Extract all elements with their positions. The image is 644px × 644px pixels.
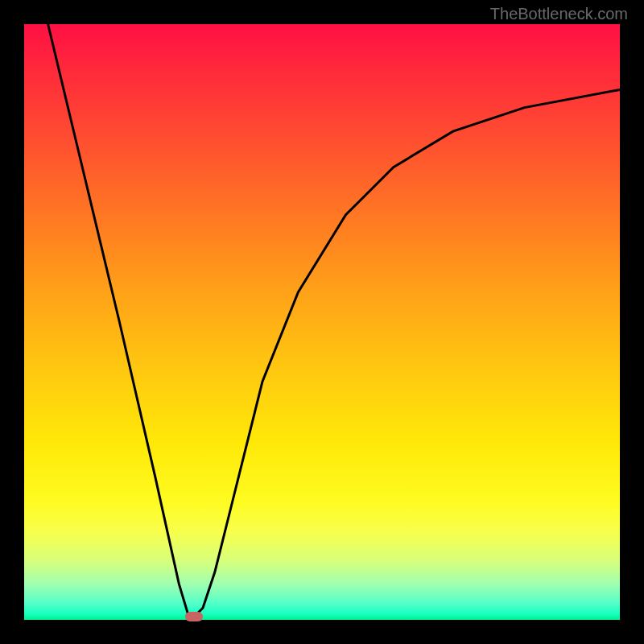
chart-plot-area xyxy=(24,24,620,620)
optimal-point-marker xyxy=(185,612,203,621)
chart-svg xyxy=(24,24,620,620)
watermark-text: TheBottleneck.com xyxy=(490,5,628,23)
bottleneck-curve xyxy=(48,24,620,617)
